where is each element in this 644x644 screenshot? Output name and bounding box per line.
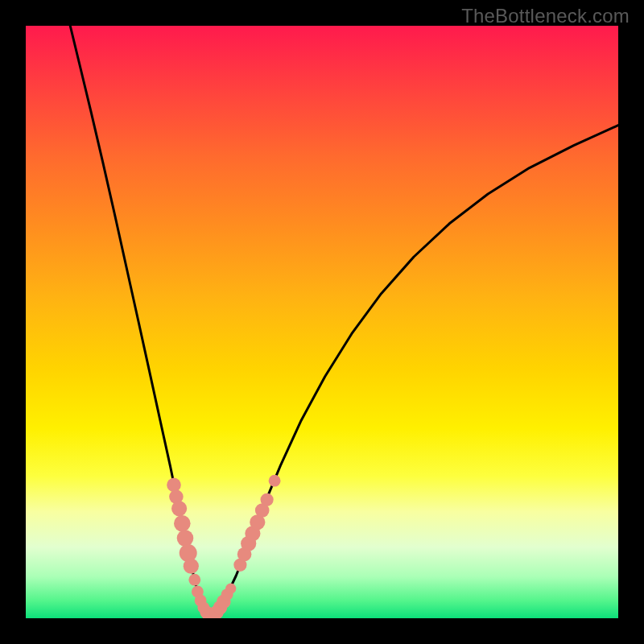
scatter-dot xyxy=(171,501,187,516)
scatter-dot xyxy=(174,515,191,532)
scatter-dot xyxy=(167,478,181,493)
scatter-dots xyxy=(167,475,280,618)
scatter-dot xyxy=(177,530,194,547)
chart-overlay-svg xyxy=(26,26,618,618)
plot-area xyxy=(26,26,618,618)
curve-right xyxy=(208,126,618,616)
watermark-text: TheBottleneck.com xyxy=(461,5,630,27)
chart-frame: TheBottleneck.com xyxy=(0,0,644,644)
scatter-dot xyxy=(188,574,200,586)
scatter-dot xyxy=(184,559,199,574)
scatter-dot xyxy=(225,584,236,594)
scatter-dot xyxy=(261,493,274,506)
scatter-dot xyxy=(269,475,281,487)
